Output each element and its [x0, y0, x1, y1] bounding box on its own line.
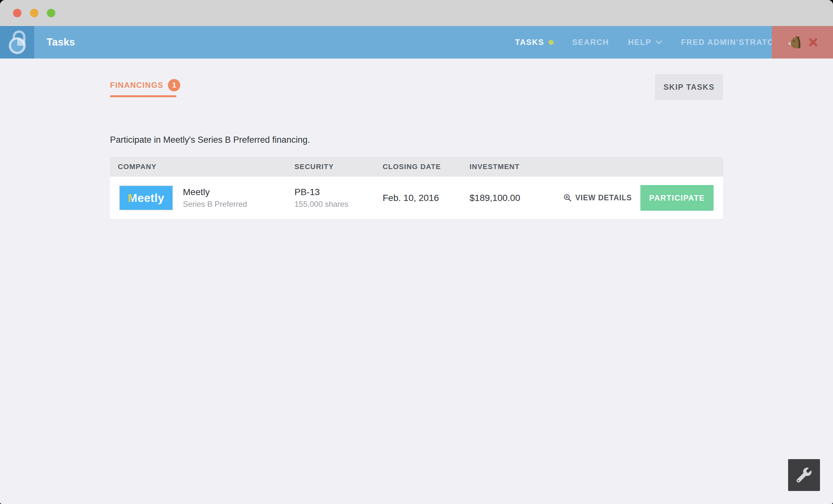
column-header-security: SECURITY: [294, 162, 383, 171]
column-header-closing-date: CLOSING DATE: [383, 162, 470, 171]
chevron-down-icon: [656, 40, 662, 45]
investment-cell: $189,100.00: [470, 193, 563, 203]
zoom-in-magnifier-icon: [563, 194, 572, 202]
tab-active-underline: [110, 95, 176, 97]
tab-financings[interactable]: FINANCINGS 1: [110, 79, 180, 97]
company-text-stack: Meetly Series B Preferred: [183, 187, 247, 209]
app-logo[interactable]: [0, 26, 34, 58]
task-description: Participate in Meetly's Series B Preferr…: [110, 135, 310, 145]
table-row: Meetly Meetly Series B Preferred PB-13 1…: [110, 177, 723, 220]
security-cell: PB-13 155,000 shares: [294, 187, 383, 209]
header-nav: TASKS SEARCH HELP FRED ADMIN'STRATOR: [515, 26, 791, 58]
closing-date-cell: Feb. 10, 2016: [383, 193, 470, 203]
table-header-row: COMPANY SECURITY CLOSING DATE INVESTMENT: [110, 157, 723, 177]
horse-avatar-icon: [787, 35, 802, 49]
eshares-lock-logo-icon: [7, 30, 28, 54]
company-name: Meetly: [183, 187, 247, 197]
view-details-label: VIEW DETAILS: [575, 194, 632, 202]
window-zoom-button[interactable]: [47, 9, 55, 17]
participate-button[interactable]: PARTICIPATE: [640, 185, 714, 211]
impersonation-banner: [772, 26, 833, 58]
nav-user-label: FRED ADMIN'STRATOR: [681, 38, 780, 47]
app-header: Tasks TASKS SEARCH HELP FRED ADMIN'STRAT…: [0, 26, 833, 58]
security-shares: 155,000 shares: [294, 200, 383, 209]
company-logo-letter: M: [128, 192, 138, 204]
nav-item-search[interactable]: SEARCH: [572, 38, 609, 47]
column-header-company: COMPANY: [110, 162, 294, 171]
window-titlebar: [0, 0, 833, 26]
window-close-button[interactable]: [13, 9, 22, 17]
financings-table: COMPANY SECURITY CLOSING DATE INVESTMENT…: [110, 157, 723, 220]
nav-item-help[interactable]: HELP: [628, 38, 662, 47]
nav-tasks-label: TASKS: [515, 38, 544, 47]
view-details-button[interactable]: VIEW DETAILS: [563, 194, 640, 202]
dev-tools-button[interactable]: [788, 459, 820, 491]
nav-help-label: HELP: [628, 38, 651, 47]
tab-financings-label: FINANCINGS: [110, 81, 163, 90]
column-header-investment: INVESTMENT: [470, 162, 563, 171]
wrench-icon: [796, 468, 811, 482]
security-label: PB-13: [294, 187, 383, 197]
participate-cell: PARTICIPATE: [640, 185, 723, 211]
skip-tasks-button[interactable]: SKIP TASKS: [655, 74, 723, 100]
company-logo: Meetly: [119, 185, 173, 210]
company-cell: Meetly Meetly Series B Preferred: [110, 185, 294, 210]
financings-count-badge: 1: [168, 79, 180, 91]
window-minimize-button[interactable]: [30, 9, 39, 17]
nav-search-label: SEARCH: [572, 38, 609, 47]
company-security-type: Series B Preferred: [183, 200, 247, 209]
app-window: Tasks TASKS SEARCH HELP FRED ADMIN'STRAT…: [0, 0, 833, 504]
page-title: Tasks: [47, 26, 75, 58]
nav-item-tasks[interactable]: TASKS: [515, 38, 553, 47]
company-logo-text: eetly: [138, 192, 164, 204]
notification-dot-icon: [549, 40, 553, 45]
tab-financings-inner: FINANCINGS 1: [110, 79, 180, 91]
close-impersonation-icon[interactable]: [809, 38, 817, 47]
